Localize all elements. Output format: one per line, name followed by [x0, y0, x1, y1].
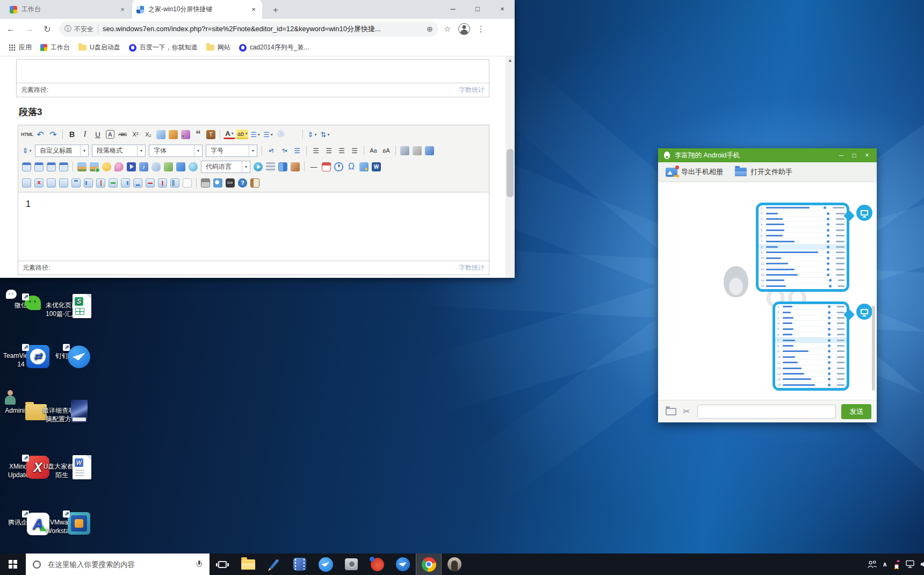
open-file-assistant-button[interactable]: 打开文件助手 [735, 167, 792, 177]
bookmark-star-icon[interactable]: ☆ [444, 24, 451, 34]
zoom-icon[interactable]: ⊕ [427, 25, 433, 33]
window-minimize-button[interactable]: ─ [835, 152, 848, 159]
toolbar-print-icon[interactable] [201, 178, 210, 188]
taskbar-messaging-app[interactable] [390, 554, 416, 575]
toolbar-align-right-icon[interactable]: ☰ [336, 145, 348, 156]
taskbar-dingtalk[interactable] [313, 554, 338, 575]
send-button[interactable]: 发送 [841, 404, 871, 419]
code-language-select[interactable]: 代码语言▾ [201, 161, 250, 173]
toolbar-clock-icon[interactable] [334, 162, 343, 171]
toolbar-split-layout-icon[interactable] [278, 162, 287, 171]
toolbar-align-left-icon[interactable]: ☰ [310, 145, 322, 156]
toolbar-bold-icon[interactable]: B [66, 128, 78, 140]
toolbar-split-cell-icon[interactable] [96, 178, 105, 188]
taskbar-chrome[interactable] [416, 554, 442, 575]
window-close-button[interactable]: × [861, 152, 874, 159]
toolbar-embed-media-icon[interactable] [254, 162, 263, 171]
toolbar-insert-table-icon[interactable] [22, 178, 31, 188]
window-maximize-button[interactable]: □ [848, 152, 861, 159]
tray-network-icon[interactable] [906, 560, 916, 569]
message-input[interactable] [697, 405, 836, 419]
bookmark-apps[interactable]: 应用 [9, 43, 32, 52]
toolbar-unordered-list-icon[interactable]: ☰ [262, 128, 274, 140]
toolbar-insert-anchor-icon[interactable] [425, 146, 434, 155]
toolbar-insert-row-above-icon[interactable] [71, 178, 81, 188]
toolbar-insert-link-icon[interactable] [400, 146, 409, 155]
screen-share-icon[interactable] [856, 304, 872, 320]
toolbar-insert-row-below-icon[interactable] [133, 178, 142, 188]
taskbar-photo-viewer[interactable] [442, 554, 467, 575]
toolbar-font-color-icon[interactable]: A [223, 130, 235, 139]
taskbar-search[interactable] [26, 554, 210, 575]
start-button[interactable] [0, 554, 26, 575]
tray-qq-icon[interactable] [892, 560, 901, 569]
toolbar-delete-table-icon[interactable] [34, 178, 44, 188]
screenshot-message-bubble[interactable]: 123456789101112131415 [756, 203, 849, 292]
screenshot-message-bubble[interactable]: 123456789101112131415 [773, 301, 849, 391]
toolbar-table-properties-icon[interactable] [47, 178, 56, 188]
toolbar-undo-icon[interactable]: ↶ [34, 128, 46, 140]
toolbar-align-justify-icon[interactable]: ☰ [349, 145, 360, 156]
toolbar-special-char-icon[interactable]: Ω [345, 161, 357, 172]
toolbar-redo-icon[interactable]: ↷ [47, 128, 59, 140]
screenshot-scissors-icon[interactable]: ✂ [683, 406, 690, 416]
task-view-button[interactable] [210, 554, 235, 575]
toolbar-insert-video-icon[interactable] [127, 162, 136, 171]
send-file-icon[interactable] [666, 408, 676, 415]
toolbar-unlink-icon[interactable] [413, 146, 422, 155]
toolbar-merge-cells-icon[interactable] [109, 178, 118, 188]
toolbar-clear-content-icon[interactable] [183, 178, 192, 188]
desktop-icon-administrator-folder[interactable]: Administr... [0, 390, 42, 415]
toolbar-underline-icon[interactable]: U [92, 128, 104, 140]
export-album-button[interactable]: 导出手机相册 [666, 167, 723, 177]
toolbar-insert-music-icon[interactable] [139, 162, 148, 171]
tab-close-icon[interactable]: × [118, 5, 127, 14]
desktop-icon-xmind[interactable]: XMind 8 Update 7 [0, 446, 42, 479]
toolbar-emoticon-icon[interactable] [102, 162, 111, 171]
toolbar-img-block-icon[interactable] [59, 162, 68, 171]
word-count-link[interactable]: 字数统计 [459, 85, 485, 95]
profile-avatar-icon[interactable] [458, 23, 470, 35]
toolbar-upload-image-icon[interactable] [90, 162, 99, 171]
toolbar-attachment-icon[interactable] [151, 162, 161, 171]
desktop-icon-teamviewer[interactable]: TeamViewer 14 [0, 335, 42, 369]
bookmark-cad2014[interactable]: cad2014序列号_装... [239, 43, 309, 52]
window-minimize-button[interactable]: ─ [441, 0, 465, 19]
taskbar-pencil-app[interactable] [261, 554, 287, 575]
toolbar-to-lowercase-icon[interactable]: Aa [380, 145, 392, 156]
toolbar-web-applet-icon[interactable] [189, 162, 198, 171]
toolbar-format-brush-icon[interactable] [169, 130, 178, 139]
bookmark-baidu[interactable]: 百度一下，你就知道 [129, 43, 198, 52]
toolbar-insert-col-right-icon[interactable] [121, 178, 130, 188]
people-icon[interactable] [867, 560, 877, 569]
toolbar-delete-col-icon[interactable] [158, 178, 167, 188]
toolbar-eraser-icon[interactable] [156, 130, 165, 139]
taskbar-file-explorer[interactable] [235, 554, 261, 575]
back-button[interactable]: ← [3, 24, 18, 34]
chat-scrollbar-thumb[interactable] [872, 306, 875, 391]
taskbar-video-app[interactable] [287, 554, 313, 575]
url-field[interactable]: ⓘ 不安全 seo.windows7en.com/index.php?r=sit… [59, 21, 438, 37]
toolbar-baidu-map-icon[interactable] [176, 162, 185, 171]
desktop-icon-pc-config-image[interactable]: 最详细查看电 脑配置方法 [41, 390, 83, 423]
reload-button[interactable]: ↻ [40, 24, 55, 34]
scroll-up-icon[interactable]: ▲ [506, 56, 515, 65]
toolbar-indent-icon[interactable]: ▸¶ [265, 145, 277, 156]
toolbar-preview-icon[interactable] [213, 178, 222, 188]
toolbar-auto-typeset-icon[interactable] [181, 130, 190, 139]
new-tab-button[interactable]: + [269, 4, 283, 17]
toolbar-line-height-icon[interactable]: ⇕ [306, 128, 318, 140]
bookmark-workbench[interactable]: 工作台 [40, 43, 70, 52]
toolbar-word-import-icon[interactable] [372, 162, 381, 171]
paragraph-format-select[interactable]: 段落格式▾ [92, 145, 146, 157]
toolbar-superscript-icon[interactable]: X² [129, 128, 141, 140]
toolbar-strikethrough-icon[interactable]: ABC [117, 128, 128, 140]
bookmark-usb-boot[interactable]: U盘启动盘 [78, 43, 120, 52]
search-input[interactable] [47, 560, 197, 569]
desktop-icon-wechat[interactable]: 微信 [0, 285, 42, 310]
toolbar-insert-col-left-icon[interactable] [84, 178, 93, 188]
forward-button[interactable]: → [21, 24, 37, 34]
toolbar-align-center-icon[interactable]: ☰ [323, 145, 335, 156]
word-count-link[interactable]: 字数统计 [459, 263, 485, 272]
toolbar-img-float-right-icon[interactable] [47, 162, 56, 171]
